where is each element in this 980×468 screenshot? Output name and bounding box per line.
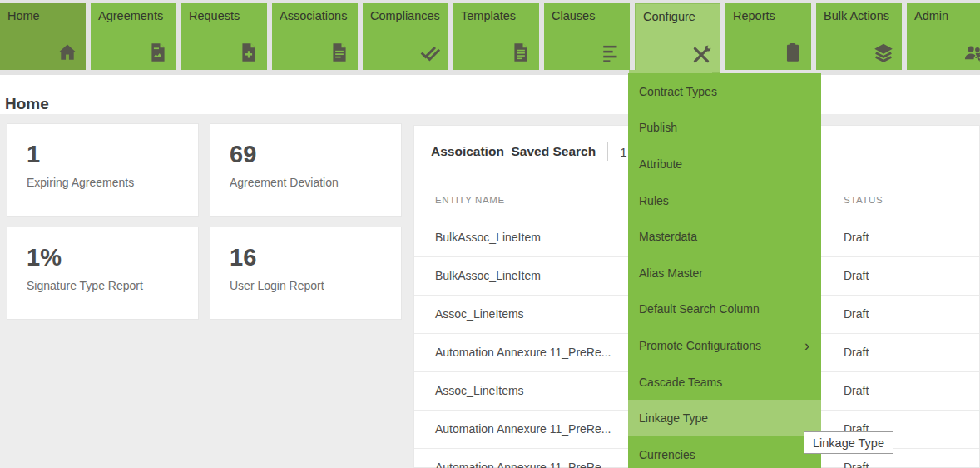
saved-search-count: 1 (620, 145, 626, 159)
entity-name-cell: Automation Annexure 11_PreRe... (435, 346, 611, 359)
nav-tab-label: Bulk Actions (824, 9, 889, 22)
card-value: 69 (230, 141, 401, 168)
template-doc-icon (510, 42, 532, 63)
card-user-login-report[interactable]: 16 User Login Report (210, 227, 402, 320)
nav-tabs: Home Agreements Requests Associations Co… (0, 3, 980, 73)
nav-tab-clauses[interactable]: Clauses (544, 3, 630, 70)
text-lines-icon (601, 42, 622, 63)
file-lines-icon (329, 42, 350, 63)
nav-tab-label: Home (7, 9, 40, 22)
menu-item-cascade-teams[interactable]: Cascade Teams (628, 364, 821, 401)
menu-item-label: Rules (639, 194, 669, 207)
entity-name-cell: Assoc_LineItems (435, 384, 524, 397)
menu-item-promote-configurations[interactable]: Promote Configurations › (628, 327, 821, 364)
status-cell: Draft (844, 384, 869, 397)
layers-icon (873, 42, 894, 63)
status-cell: Draft (844, 269, 869, 282)
menu-item-label: Publish (639, 121, 677, 134)
nav-tab-label: Reports (733, 9, 775, 22)
nav-tab-associations[interactable]: Associations (272, 3, 358, 70)
card-label: User Login Report (230, 279, 401, 292)
nav-tab-home[interactable]: Home (0, 3, 86, 70)
menu-item-label: Default Search Column (639, 302, 760, 316)
entity-name-cell: BulkAssoc_LineItem (435, 231, 541, 244)
page-header: Home (0, 75, 980, 114)
menu-item-label: Promote Configurations (639, 339, 761, 352)
nav-tab-label: Compliances (370, 9, 440, 22)
menu-item-linkage-type[interactable]: Linkage Type (628, 400, 821, 436)
column-header-entity-name: ENTITY NAME (435, 195, 505, 205)
column-header-status: STATUS (844, 195, 883, 205)
nav-tab-admin[interactable]: Admin (907, 3, 980, 70)
header-column-divider (824, 179, 824, 219)
card-value: 1 (27, 141, 198, 168)
menu-item-label: Cascade Teams (639, 376, 722, 389)
nav-tab-label: Configure (643, 10, 695, 23)
nav-tab-label: Agreements (98, 9, 163, 22)
home-icon (57, 42, 78, 63)
menu-item-currencies[interactable]: Currencies (628, 436, 821, 468)
panel-title-row: Assoication_Saved Search 1 (431, 142, 627, 161)
menu-item-default-search-column[interactable]: Default Search Column (628, 291, 821, 328)
nav-tab-requests[interactable]: Requests (181, 3, 267, 70)
menu-item-label: Currencies (639, 448, 695, 461)
agreement-doc-icon (147, 42, 169, 63)
menu-item-label: Alias Master (639, 266, 703, 280)
page-title: Home (5, 95, 49, 113)
status-cell: Draft (844, 346, 869, 359)
menu-item-label: Contract Types (639, 85, 717, 98)
nav-tab-label: Templates (461, 9, 516, 22)
nav-tab-label: Clauses (552, 9, 595, 22)
card-value: 1% (27, 244, 198, 271)
entity-name-cell: Automation Annexure 11_PreRe... (435, 461, 611, 468)
nav-tab-label: Associations (280, 9, 347, 22)
tools-icon (690, 44, 712, 66)
menu-item-alias-master[interactable]: Alias Master (628, 255, 821, 291)
users-gear-icon (963, 42, 980, 63)
entity-name-cell: Assoc_LineItems (435, 307, 524, 321)
app-window: Home Agreements Requests Associations Co… (0, 0, 980, 468)
card-label: Expiring Agreements (27, 176, 198, 189)
menu-item-contract-types[interactable]: Contract Types (628, 73, 821, 110)
card-signature-type-report[interactable]: 1% Signature Type Report (7, 227, 199, 320)
menu-item-label: Masterdata (639, 230, 697, 243)
nav-tab-templates[interactable]: Templates (453, 3, 539, 70)
configure-menu: Contract Types Publish Attribute Rules M… (628, 73, 821, 468)
card-label: Signature Type Report (27, 279, 198, 292)
status-cell: Draft (844, 307, 869, 321)
card-agreement-deviation[interactable]: 69 Agreement Deviation (210, 123, 402, 217)
nav-tab-reports[interactable]: Reports (725, 3, 811, 70)
title-divider (607, 142, 608, 161)
tooltip-text: Linkage Type (813, 436, 884, 450)
entity-name-cell: BulkAssoc_LineItem (435, 269, 541, 282)
status-cell: Draft (844, 231, 869, 244)
card-value: 16 (230, 244, 401, 271)
saved-search-title: Assoication_Saved Search (431, 144, 596, 159)
double-check-icon (419, 42, 441, 63)
nav-tab-label: Requests (189, 9, 240, 22)
status-cell: Draft (844, 461, 869, 468)
clipboard-icon (782, 42, 804, 63)
nav-tab-compliances[interactable]: Compliances (363, 3, 448, 70)
menu-item-publish[interactable]: Publish (628, 110, 821, 147)
menu-item-attribute[interactable]: Attribute (628, 146, 821, 182)
nav-tab-configure[interactable]: Configure (635, 3, 720, 73)
entity-name-cell: Automation Annexure 11_PreRe... (435, 422, 611, 436)
card-label: Agreement Deviation (230, 176, 401, 189)
card-expiring-agreements[interactable]: 1 Expiring Agreements (7, 123, 199, 217)
chevron-right-icon: › (804, 338, 809, 353)
nav-tab-agreements[interactable]: Agreements (91, 3, 176, 70)
menu-item-label: Linkage Type (639, 411, 708, 425)
nav-tab-label: Admin (914, 9, 948, 22)
file-plus-icon (238, 42, 260, 63)
menu-item-label: Attribute (639, 157, 682, 171)
menu-item-masterdata[interactable]: Masterdata (628, 218, 821, 255)
nav-tab-bulk-actions[interactable]: Bulk Actions (816, 3, 902, 70)
menu-item-rules[interactable]: Rules (628, 182, 821, 219)
linkage-type-tooltip: Linkage Type (804, 431, 893, 454)
